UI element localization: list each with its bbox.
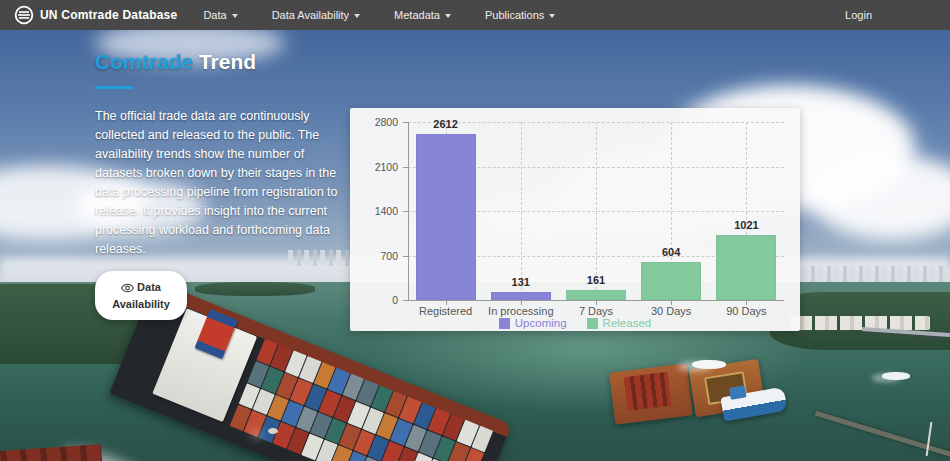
un-comtrade-page: UN Comtrade Database Data Data Availabil… xyxy=(0,0,950,461)
chart-legend: UpcomingReleased xyxy=(350,317,800,329)
availability-bar-chart: 07001400210028002612Registered131In proc… xyxy=(350,108,800,331)
bar-in-processing[interactable] xyxy=(491,292,551,300)
eye-icon xyxy=(121,283,134,293)
brand-title: UN Comtrade Database xyxy=(40,8,177,22)
bar-90-days[interactable] xyxy=(716,235,776,300)
x-axis-category-label: 90 Days xyxy=(701,305,791,317)
y-axis-tick-label: 0 xyxy=(350,294,398,306)
y-axis-tick-label: 2800 xyxy=(350,116,398,128)
un-comtrade-logo-icon xyxy=(14,5,34,25)
top-navbar: UN Comtrade Database Data Data Availabil… xyxy=(0,0,950,30)
x-axis-tick xyxy=(746,301,747,305)
hero-section: Comtrade Trend The official trade data a… xyxy=(0,30,950,461)
y-axis-tick-label: 700 xyxy=(350,250,398,262)
y-axis-line xyxy=(408,122,409,300)
bar-registered[interactable] xyxy=(416,134,476,300)
page-title: Comtrade Trend xyxy=(95,50,345,74)
x-axis-tick xyxy=(596,301,597,305)
legend-item-released[interactable]: Released xyxy=(587,317,652,329)
port-buildings xyxy=(790,316,930,330)
legend-swatch-icon xyxy=(499,318,510,329)
chevron-down-icon xyxy=(232,14,238,18)
legend-label: Released xyxy=(603,317,652,329)
x-axis-tick xyxy=(671,301,672,305)
page-title-highlight: Comtrade xyxy=(95,50,193,73)
availability-chart-panel: 07001400210028002612Registered131In proc… xyxy=(350,108,800,331)
nav-item-publications[interactable]: Publications xyxy=(485,9,555,21)
nav-item-metadata[interactable]: Metadata xyxy=(394,9,451,21)
x-axis-tick xyxy=(521,301,522,305)
legend-item-upcoming[interactable]: Upcoming xyxy=(499,317,567,329)
hero-content: Comtrade Trend The official trade data a… xyxy=(95,50,345,320)
bar-value-label: 604 xyxy=(636,246,706,258)
page-title-rest: Trend xyxy=(199,50,256,73)
nav-menu: Data Data Availability Metadata Publicat… xyxy=(203,9,555,21)
bar-value-label: 1021 xyxy=(711,219,781,231)
title-underline xyxy=(95,86,133,89)
bar-7-days[interactable] xyxy=(566,290,626,300)
tugboat-cabin xyxy=(729,385,747,400)
legend-label: Upcoming xyxy=(515,317,567,329)
barge xyxy=(609,363,693,424)
y-axis-tick-label: 2100 xyxy=(350,161,398,173)
brand-home-link[interactable]: UN Comtrade Database xyxy=(14,5,177,25)
login-link[interactable]: Login xyxy=(845,9,936,21)
bar-value-label: 131 xyxy=(486,276,556,288)
bar-value-label: 161 xyxy=(561,274,631,286)
speedboat xyxy=(882,372,910,380)
nav-item-data[interactable]: Data xyxy=(203,9,237,21)
bar-30-days[interactable] xyxy=(641,262,701,300)
chevron-down-icon xyxy=(445,14,451,18)
nav-item-data-availability[interactable]: Data Availability xyxy=(272,9,360,21)
hero-description: The official trade data are continuously… xyxy=(95,107,345,259)
barge-crane xyxy=(624,372,672,411)
y-axis-tick-label: 1400 xyxy=(350,205,398,217)
jetski xyxy=(268,428,278,434)
speedboat xyxy=(692,360,726,369)
bar-value-label: 2612 xyxy=(411,118,481,130)
chevron-down-icon xyxy=(354,14,360,18)
chevron-down-icon xyxy=(549,14,555,18)
legend-swatch-icon xyxy=(587,318,598,329)
x-gridline xyxy=(521,122,522,300)
x-axis-tick xyxy=(446,301,447,305)
data-availability-button[interactable]: Data Availability xyxy=(95,271,187,320)
